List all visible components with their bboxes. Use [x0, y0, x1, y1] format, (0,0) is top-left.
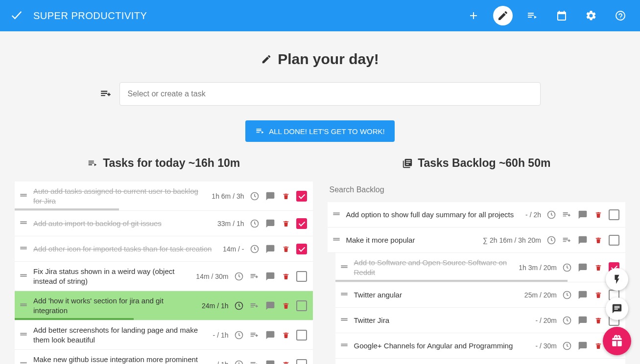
- task-checkbox[interactable]: [296, 359, 307, 364]
- task-title: Make it more popular: [346, 235, 478, 245]
- drag-handle-icon[interactable]: [339, 289, 349, 301]
- comment-icon[interactable]: [577, 209, 588, 220]
- task-row[interactable]: Twitter Jira- / 20m: [335, 308, 626, 333]
- clock-icon[interactable]: [249, 244, 260, 254]
- drag-handle-icon[interactable]: [19, 329, 28, 341]
- delete-icon[interactable]: [281, 218, 291, 229]
- all-done-button[interactable]: ALL DONE! LET'S GET TO WORK!: [245, 120, 395, 142]
- delete-icon[interactable]: [593, 262, 604, 273]
- clock-icon[interactable]: [562, 290, 572, 300]
- comment-icon[interactable]: [577, 341, 588, 351]
- clock-icon[interactable]: [234, 271, 244, 282]
- clock-icon[interactable]: [562, 341, 572, 351]
- app-title: SUPER PRODUCTIVITY: [33, 10, 147, 22]
- clock-icon[interactable]: [546, 235, 557, 246]
- task-checkbox[interactable]: [296, 244, 307, 254]
- task-row[interactable]: Make new github issue integration more p…: [15, 350, 313, 364]
- delete-icon[interactable]: [593, 341, 604, 351]
- drag-handle-icon[interactable]: [332, 234, 341, 246]
- comment-icon[interactable]: [265, 218, 276, 229]
- app-header: SUPER PRODUCTIVITY: [0, 0, 640, 31]
- task-checkbox[interactable]: [296, 330, 307, 341]
- task-row[interactable]: Add auto import to backlog of git issues…: [15, 211, 313, 236]
- task-checkbox[interactable]: [609, 235, 619, 246]
- task-checkbox[interactable]: [296, 300, 307, 311]
- subtasks-icon[interactable]: [249, 271, 260, 282]
- playlist-button[interactable]: [522, 6, 542, 25]
- drag-handle-icon[interactable]: [332, 209, 341, 221]
- gift-fab-button[interactable]: [603, 327, 631, 355]
- delete-icon[interactable]: [281, 271, 291, 282]
- delete-icon[interactable]: [281, 330, 291, 341]
- task-row[interactable]: Add 'how it works' section for jira and …: [15, 291, 313, 320]
- comment-icon[interactable]: [577, 262, 588, 273]
- add-task-input[interactable]: [119, 82, 541, 106]
- task-checkbox[interactable]: [296, 218, 307, 229]
- delete-icon[interactable]: [281, 300, 291, 311]
- delete-icon[interactable]: [281, 359, 291, 364]
- comment-icon[interactable]: [265, 300, 276, 311]
- search-backlog-input[interactable]: [328, 182, 626, 202]
- task-row[interactable]: Twitter angular25m / 20m: [335, 282, 626, 308]
- add-button[interactable]: [464, 6, 483, 25]
- comment-icon[interactable]: [265, 244, 276, 254]
- clock-icon[interactable]: [249, 191, 260, 202]
- drag-handle-icon[interactable]: [19, 190, 28, 202]
- subtasks-icon[interactable]: [562, 209, 572, 220]
- comment-icon[interactable]: [265, 191, 276, 202]
- drag-handle-icon[interactable]: [339, 315, 349, 326]
- clock-icon[interactable]: [234, 300, 244, 311]
- comment-icon[interactable]: [577, 235, 588, 246]
- delete-icon[interactable]: [281, 244, 291, 254]
- help-button[interactable]: [611, 6, 630, 25]
- task-row[interactable]: Google+ Channels for Angular and Program…: [335, 333, 626, 359]
- quick-action-button[interactable]: [606, 268, 628, 291]
- comment-icon[interactable]: [577, 315, 588, 326]
- delete-icon[interactable]: [593, 315, 604, 326]
- task-row[interactable]: Add better screenshots for landing page …: [15, 320, 313, 350]
- drag-handle-icon[interactable]: [19, 300, 28, 312]
- task-row[interactable]: Auto add tasks assigned to current user …: [15, 182, 313, 211]
- task-checkbox[interactable]: [296, 271, 307, 282]
- delete-icon[interactable]: [593, 209, 604, 220]
- clock-icon[interactable]: [562, 315, 572, 326]
- comment-icon[interactable]: [577, 290, 588, 300]
- delete-icon[interactable]: [593, 235, 604, 246]
- drag-handle-icon[interactable]: [339, 262, 349, 273]
- task-time: 14m / -: [223, 245, 244, 253]
- clock-icon[interactable]: [234, 330, 244, 341]
- subtasks-icon[interactable]: [249, 300, 260, 311]
- delete-icon[interactable]: [593, 290, 604, 300]
- calendar-button[interactable]: [552, 6, 571, 25]
- clock-icon[interactable]: [562, 262, 572, 273]
- task-title: Add option to show full day summary for …: [346, 210, 521, 220]
- task-checkbox[interactable]: [609, 209, 619, 220]
- edit-mode-button[interactable]: [493, 6, 513, 25]
- drag-handle-icon[interactable]: [19, 359, 28, 364]
- task-row[interactable]: Add option to show full day summary for …: [328, 202, 626, 228]
- subtasks-icon[interactable]: [249, 359, 260, 364]
- clock-icon[interactable]: [546, 209, 557, 220]
- comment-icon[interactable]: [265, 271, 276, 282]
- notes-button[interactable]: [606, 297, 628, 320]
- subtasks-icon[interactable]: [562, 235, 572, 246]
- delete-icon[interactable]: [281, 191, 291, 202]
- comment-icon[interactable]: [265, 330, 276, 341]
- drag-handle-icon[interactable]: [19, 218, 28, 229]
- task-row[interactable]: Add to Software and Open Source Software…: [335, 253, 626, 282]
- drag-handle-icon[interactable]: [19, 243, 28, 255]
- comment-icon[interactable]: [265, 359, 276, 364]
- task-checkbox[interactable]: [296, 191, 307, 202]
- task-row[interactable]: Add other icon for imported tasks than f…: [15, 236, 313, 262]
- task-row[interactable]: Fix Jira status shown in a weird way (ob…: [15, 262, 313, 291]
- drag-handle-icon[interactable]: [339, 340, 349, 352]
- task-row[interactable]: Add to awesome electron1m / 30m: [335, 359, 626, 364]
- backlog-column: Tasks Backlog ~60h 50m Add option to sho…: [328, 157, 626, 364]
- task-row[interactable]: Make it more popular∑ 2h 16m / 3h 20m: [328, 228, 626, 253]
- drag-handle-icon[interactable]: [19, 271, 28, 282]
- subtasks-icon[interactable]: [249, 330, 260, 341]
- clock-icon[interactable]: [234, 359, 244, 364]
- task-time: 33m / 1h: [217, 220, 244, 228]
- settings-button[interactable]: [581, 6, 601, 25]
- clock-icon[interactable]: [249, 218, 260, 229]
